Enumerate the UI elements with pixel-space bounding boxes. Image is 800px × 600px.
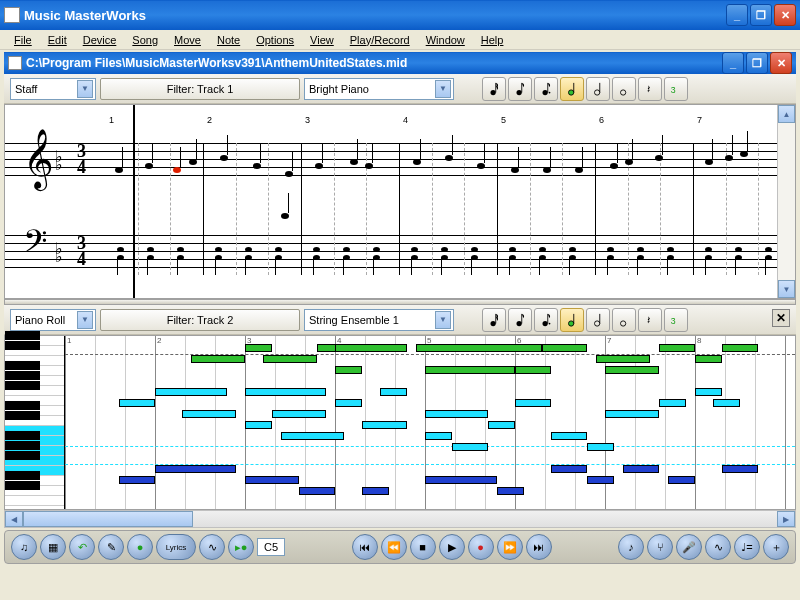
note-triplet-button[interactable]: 3 bbox=[664, 77, 688, 101]
note-block[interactable] bbox=[245, 388, 326, 396]
chevron-down-icon[interactable]: ▼ bbox=[77, 80, 93, 98]
note-half-button[interactable] bbox=[586, 308, 610, 332]
menu-move[interactable]: Move bbox=[166, 32, 209, 48]
note-block[interactable] bbox=[623, 465, 659, 473]
staff-vscrollbar[interactable]: ▲ ▼ bbox=[777, 105, 795, 298]
view-select-pianoroll[interactable]: Piano Roll ▼ bbox=[10, 309, 96, 331]
note-block[interactable] bbox=[668, 476, 695, 484]
note-block[interactable] bbox=[596, 355, 650, 363]
note-sixteenth-button[interactable] bbox=[482, 308, 506, 332]
note-block[interactable] bbox=[605, 366, 659, 374]
menu-view[interactable]: View bbox=[302, 32, 342, 48]
note-block[interactable] bbox=[155, 465, 236, 473]
menu-options[interactable]: Options bbox=[248, 32, 302, 48]
scroll-down-icon[interactable]: ▼ bbox=[778, 280, 795, 298]
note-whole-button[interactable] bbox=[612, 308, 636, 332]
dot-icon[interactable]: ● bbox=[127, 534, 153, 560]
scroll-right-icon[interactable]: ▶ bbox=[777, 511, 795, 527]
volume-icon[interactable]: ∿ bbox=[705, 534, 731, 560]
note-block[interactable] bbox=[425, 410, 488, 418]
piano-key[interactable] bbox=[5, 496, 64, 506]
note-eighth-button[interactable] bbox=[508, 308, 532, 332]
note-block[interactable] bbox=[425, 476, 497, 484]
note-block[interactable] bbox=[605, 410, 659, 418]
pianoroll-view[interactable]: 12345678 bbox=[4, 335, 796, 510]
menu-note[interactable]: Note bbox=[209, 32, 248, 48]
note-block[interactable] bbox=[551, 465, 587, 473]
note-block[interactable] bbox=[182, 410, 236, 418]
note-block[interactable] bbox=[335, 344, 407, 352]
menu-edit[interactable]: Edit bbox=[40, 32, 75, 48]
wave-icon[interactable]: ∿ bbox=[199, 534, 225, 560]
tempo-icon[interactable]: ♩= bbox=[734, 534, 760, 560]
note-block[interactable] bbox=[281, 432, 344, 440]
note-block[interactable] bbox=[191, 355, 245, 363]
note-block[interactable] bbox=[119, 399, 155, 407]
staff-view[interactable]: 𝄞𝄢♭♭♭♭34341234567 ▲ ▼ bbox=[4, 104, 796, 299]
note-block[interactable] bbox=[515, 399, 551, 407]
note-block[interactable] bbox=[272, 410, 326, 418]
transport-record[interactable]: ● bbox=[468, 534, 494, 560]
playhead[interactable] bbox=[133, 105, 135, 298]
menu-window[interactable]: Window bbox=[418, 32, 473, 48]
mic-icon[interactable]: 🎤 bbox=[676, 534, 702, 560]
doc-close-button[interactable]: ✕ bbox=[770, 52, 792, 74]
note-block[interactable] bbox=[155, 388, 227, 396]
note-block[interactable] bbox=[380, 388, 407, 396]
close-button[interactable]: ✕ bbox=[774, 4, 796, 26]
note-block[interactable] bbox=[587, 443, 614, 451]
lyrics-icon[interactable]: Lyrics bbox=[156, 534, 196, 560]
note-eighth-dotted-button[interactable] bbox=[534, 77, 558, 101]
transport-skip-end[interactable]: ⏭ bbox=[526, 534, 552, 560]
note-sixteenth-button[interactable] bbox=[482, 77, 506, 101]
note-block[interactable] bbox=[245, 421, 272, 429]
piano-key[interactable] bbox=[5, 416, 64, 426]
transport-skip-start[interactable]: ⏮ bbox=[352, 534, 378, 560]
note-block[interactable] bbox=[245, 344, 272, 352]
chevron-down-icon[interactable]: ▼ bbox=[435, 80, 451, 98]
maximize-button[interactable]: ❐ bbox=[750, 4, 772, 26]
piano-key[interactable] bbox=[5, 486, 64, 496]
note-quarter-button[interactable] bbox=[560, 77, 584, 101]
instrument-select-1[interactable]: Bright Piano ▼ bbox=[304, 78, 454, 100]
doc-minimize-button[interactable]: _ bbox=[722, 52, 744, 74]
note-block[interactable] bbox=[425, 432, 452, 440]
note-block[interactable] bbox=[695, 388, 722, 396]
note-quarter-button[interactable] bbox=[560, 308, 584, 332]
note-block[interactable] bbox=[722, 465, 758, 473]
voice-icon[interactable]: ♪ bbox=[618, 534, 644, 560]
note-block[interactable] bbox=[659, 399, 686, 407]
scroll-up-icon[interactable]: ▲ bbox=[778, 105, 795, 123]
note-block[interactable] bbox=[695, 355, 722, 363]
tuning-fork-icon[interactable]: ⑂ bbox=[647, 534, 673, 560]
note-block[interactable] bbox=[515, 366, 551, 374]
transport-forward[interactable]: ⏩ bbox=[497, 534, 523, 560]
transport-rewind[interactable]: ⏪ bbox=[381, 534, 407, 560]
note-block[interactable] bbox=[659, 344, 695, 352]
note-block[interactable] bbox=[425, 366, 515, 374]
note-block[interactable] bbox=[587, 476, 614, 484]
transport-stop[interactable]: ■ bbox=[410, 534, 436, 560]
note-block[interactable] bbox=[263, 355, 317, 363]
note-block[interactable] bbox=[542, 344, 587, 352]
menu-device[interactable]: Device bbox=[75, 32, 125, 48]
add-icon[interactable]: ＋ bbox=[763, 534, 789, 560]
staff-icon[interactable]: ♫ bbox=[11, 534, 37, 560]
note-triplet-button[interactable]: 3 bbox=[664, 308, 688, 332]
menu-help[interactable]: Help bbox=[473, 32, 512, 48]
note-rest-button[interactable]: 𝄽 bbox=[638, 77, 662, 101]
note-block[interactable] bbox=[722, 344, 758, 352]
piano-key[interactable] bbox=[5, 386, 64, 396]
instrument-select-2[interactable]: String Ensemble 1 ▼ bbox=[304, 309, 454, 331]
note-block[interactable] bbox=[488, 421, 515, 429]
note-block[interactable] bbox=[245, 476, 299, 484]
menu-playrecord[interactable]: Play/Record bbox=[342, 32, 418, 48]
note-block[interactable] bbox=[551, 432, 587, 440]
filter-track2-button[interactable]: Filter: Track 2 bbox=[100, 309, 300, 331]
note-rest-button[interactable]: 𝄽 bbox=[638, 308, 662, 332]
menu-file[interactable]: File bbox=[6, 32, 40, 48]
scroll-thumb[interactable] bbox=[23, 511, 193, 527]
note-block[interactable] bbox=[497, 487, 524, 495]
note-block[interactable] bbox=[299, 487, 335, 495]
note-whole-button[interactable] bbox=[612, 77, 636, 101]
